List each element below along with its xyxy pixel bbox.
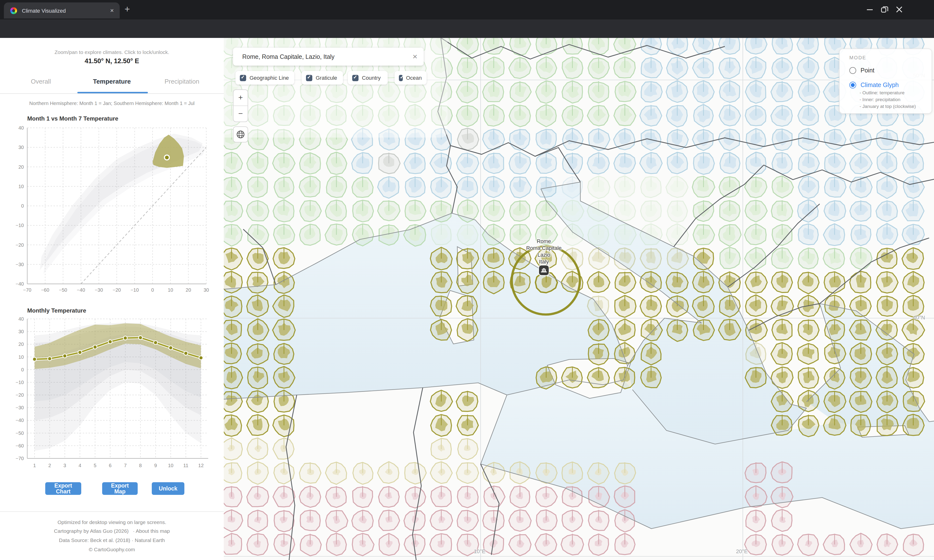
- climate-glyph[interactable]: [431, 272, 452, 293]
- climate-glyph[interactable]: [224, 295, 242, 318]
- sidebar-tabs: Overall Temperature Precipitation: [0, 72, 224, 94]
- climate-glyph[interactable]: [719, 57, 740, 78]
- climate-glyph[interactable]: [745, 367, 766, 388]
- search-box[interactable]: ×: [233, 48, 424, 66]
- window-restore-button[interactable]: [880, 5, 889, 15]
- climate-glyph[interactable]: [248, 510, 268, 532]
- climate-glyph[interactable]: [877, 295, 897, 316]
- climate-glyph[interactable]: [224, 343, 241, 364]
- climate-glyph[interactable]: [562, 367, 582, 388]
- climate-glyph[interactable]: [772, 319, 792, 340]
- climate-glyph[interactable]: [405, 177, 425, 197]
- climate-glyph[interactable]: [588, 38, 609, 55]
- climate-glyph[interactable]: [903, 534, 923, 556]
- climate-glyph[interactable]: [510, 486, 530, 508]
- climate-glyph[interactable]: [720, 200, 740, 222]
- climate-glyph[interactable]: [667, 200, 687, 222]
- export-chart-button[interactable]: Export Chart: [45, 482, 81, 495]
- layer-toggle-ocean[interactable]: Ocean: [395, 71, 427, 85]
- climate-glyph[interactable]: [247, 272, 268, 293]
- climate-glyph[interactable]: [798, 367, 819, 388]
- radio-point[interactable]: [849, 67, 856, 74]
- climate-glyph[interactable]: [851, 415, 871, 436]
- climate-glyph[interactable]: [431, 486, 451, 507]
- climate-glyph[interactable]: [327, 176, 347, 198]
- climate-glyph[interactable]: [274, 510, 294, 532]
- checkbox-country[interactable]: [352, 75, 359, 81]
- climate-glyph[interactable]: [694, 152, 714, 174]
- tab-overall[interactable]: Overall: [31, 78, 51, 85]
- climate-glyph[interactable]: [641, 177, 661, 198]
- monthly-chart-title: Monthly Temperature: [27, 307, 86, 314]
- climate-glyph[interactable]: [300, 510, 320, 531]
- climate-glyph[interactable]: [798, 224, 818, 245]
- climate-glyph[interactable]: [379, 224, 399, 245]
- climate-glyph[interactable]: [771, 415, 792, 435]
- climate-glyph[interactable]: [772, 224, 792, 245]
- climate-glyph[interactable]: [248, 177, 268, 198]
- climate-glyph[interactable]: [562, 57, 583, 79]
- mode-option-climate-glyph[interactable]: Climate Glyph: [849, 82, 932, 88]
- climate-glyph[interactable]: [430, 295, 452, 316]
- search-clear-icon[interactable]: ×: [413, 52, 418, 62]
- climate-glyph[interactable]: [510, 129, 530, 150]
- checkbox-geographic-line[interactable]: [240, 75, 246, 81]
- climate-glyph[interactable]: [431, 224, 451, 245]
- checkbox-graticule[interactable]: [306, 75, 312, 81]
- zoom-out-button[interactable]: −: [233, 106, 248, 122]
- svg-text:12: 12: [198, 463, 203, 468]
- climate-glyph[interactable]: [248, 367, 268, 389]
- search-input[interactable]: [241, 53, 413, 60]
- climate-glyph[interactable]: [224, 486, 242, 507]
- climate-glyph[interactable]: [224, 534, 242, 554]
- climate-glyph[interactable]: [247, 534, 268, 555]
- globe-reset-button[interactable]: [233, 126, 248, 142]
- climate-glyph[interactable]: [876, 366, 897, 388]
- tab-precipitation[interactable]: Precipitation: [165, 78, 199, 85]
- climate-glyph[interactable]: [772, 38, 793, 54]
- svg-text:10: 10: [168, 463, 173, 468]
- svg-text:−30: −30: [15, 262, 24, 267]
- climate-glyph[interactable]: [614, 248, 635, 270]
- zoom-in-button[interactable]: +: [233, 90, 248, 106]
- climate-glyph[interactable]: [562, 486, 582, 507]
- climate-glyph[interactable]: [457, 57, 478, 78]
- window-close-button[interactable]: [894, 5, 904, 15]
- climate-glyph[interactable]: [640, 200, 661, 222]
- map-canvas[interactable]: × Geographic Line Graticule Country Ocea…: [224, 38, 934, 560]
- browser-tab[interactable]: Climate Visualized ×: [4, 2, 120, 18]
- climate-glyph[interactable]: [353, 486, 373, 508]
- climate-glyph[interactable]: [772, 129, 792, 151]
- sidebar: Zoom/pan to explore climates. Click to l…: [0, 38, 224, 560]
- climate-glyph[interactable]: [720, 247, 740, 269]
- new-tab-button[interactable]: +: [125, 4, 130, 15]
- place-marker[interactable]: [539, 265, 549, 275]
- tab-close-icon[interactable]: ×: [110, 7, 114, 14]
- about-this-map-link[interactable]: · About this map: [133, 528, 170, 534]
- radio-climate-glyph[interactable]: [849, 82, 856, 88]
- climate-glyph[interactable]: [903, 295, 924, 317]
- climate-glyph[interactable]: [224, 462, 242, 483]
- climate-glyph[interactable]: [667, 152, 687, 174]
- climate-glyph[interactable]: [353, 200, 373, 222]
- climate-glyph[interactable]: [693, 271, 714, 293]
- climate-glyph[interactable]: [851, 224, 871, 246]
- tab-temperature[interactable]: Temperature: [93, 78, 131, 85]
- climate-glyph[interactable]: [588, 343, 609, 365]
- climate-glyph[interactable]: [483, 510, 504, 531]
- climate-glyph[interactable]: [536, 129, 556, 149]
- divider: [0, 511, 224, 512]
- climate-glyph[interactable]: [588, 81, 609, 103]
- climate-glyph[interactable]: [457, 486, 478, 508]
- layer-toggle-geographic-line[interactable]: Geographic Line: [236, 71, 294, 85]
- unlock-button[interactable]: Unlock: [152, 482, 184, 495]
- export-map-button[interactable]: Export Map: [102, 482, 138, 495]
- climate-glyph[interactable]: [510, 224, 531, 245]
- window-minimize-button[interactable]: [865, 5, 875, 15]
- climate-glyph[interactable]: [746, 510, 766, 532]
- layer-toggle-country[interactable]: Country: [348, 71, 388, 85]
- mode-option-point[interactable]: Point: [849, 67, 932, 74]
- climate-glyph[interactable]: [588, 510, 609, 531]
- checkbox-ocean[interactable]: [399, 75, 402, 81]
- layer-toggle-graticule[interactable]: Graticule: [302, 71, 343, 85]
